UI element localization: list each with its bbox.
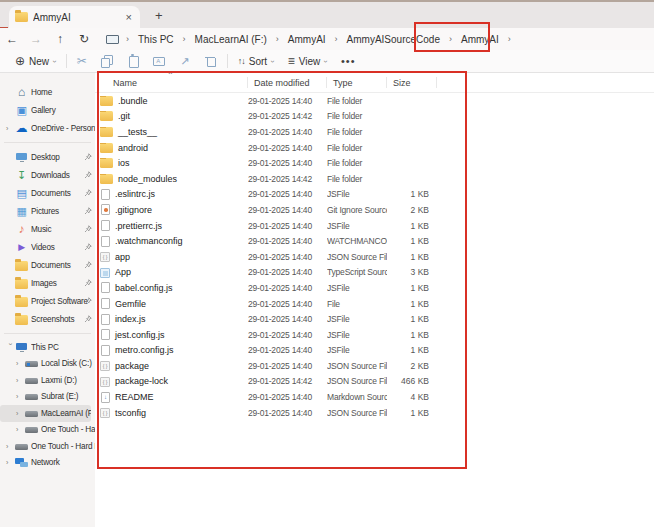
file-name-cell: package bbox=[95, 360, 248, 371]
sidebar-item[interactable]: Images bbox=[0, 274, 95, 292]
sidebar-item[interactable]: Home bbox=[0, 83, 95, 101]
copy-icon bbox=[101, 55, 113, 67]
table-row[interactable]: package 29-01-2025 14:40 JSON Source Fil… bbox=[95, 358, 654, 374]
file-type-icon bbox=[101, 189, 110, 200]
sidebar-item[interactable]: Music bbox=[0, 220, 95, 238]
share-button[interactable]: ↗ bbox=[172, 50, 198, 72]
chevron-right-icon: › bbox=[503, 34, 516, 44]
sidebar-item[interactable]: › This PC bbox=[0, 339, 95, 356]
chevron-right-icon[interactable]: › bbox=[6, 125, 15, 132]
back-button[interactable]: ← bbox=[0, 32, 24, 46]
table-row[interactable]: .git 29-01-2025 14:42 File folder bbox=[95, 109, 654, 125]
forward-button[interactable]: → bbox=[24, 32, 48, 46]
file-name-cell: .prettierrc.js bbox=[95, 220, 248, 231]
copy-button[interactable] bbox=[94, 50, 120, 72]
breadcrumb-current[interactable]: AmmyAI bbox=[457, 32, 503, 47]
file-type-cell: File bbox=[327, 299, 387, 309]
table-row[interactable]: .watchmanconfig 29-01-2025 14:40 WATCHMA… bbox=[95, 233, 654, 249]
navigation-pane: Home Gallery › OneDrive - Persona bbox=[0, 73, 95, 527]
table-row[interactable]: tsconfig 29-01-2025 14:40 JSON Source Fi… bbox=[95, 405, 654, 421]
sidebar-item[interactable]: Documents bbox=[0, 256, 95, 274]
file-type-icon bbox=[101, 298, 110, 309]
table-row[interactable]: node_modules 29-01-2025 14:42 File folde… bbox=[95, 171, 654, 187]
file-name-cell: tsconfig bbox=[95, 407, 248, 418]
close-icon[interactable]: × bbox=[124, 11, 134, 23]
chevron-expand-icon[interactable]: › bbox=[6, 443, 15, 450]
chevron-expand-icon[interactable]: › bbox=[16, 377, 25, 384]
chevron-expand-icon[interactable]: › bbox=[6, 459, 15, 466]
sidebar-item[interactable]: › One Touch - Hard I bbox=[0, 438, 95, 455]
table-row[interactable]: .eslintrc.js 29-01-2025 14:40 JSFile 1 K… bbox=[95, 187, 654, 203]
more-options-button[interactable]: ••• bbox=[334, 50, 363, 72]
table-row[interactable]: .bundle 29-01-2025 14:40 File folder bbox=[95, 93, 654, 109]
sidebar-divider bbox=[4, 333, 91, 334]
sidebar-item[interactable]: › Local Disk (C:) bbox=[0, 356, 95, 373]
file-size-cell: 1 KB bbox=[387, 252, 437, 262]
file-name-cell: app bbox=[95, 251, 248, 262]
up-button[interactable]: ↑ bbox=[48, 32, 72, 46]
table-row[interactable]: __tests__ 29-01-2025 14:40 File folder bbox=[95, 124, 654, 140]
table-row[interactable]: app 29-01-2025 14:40 JSON Source File 1 … bbox=[95, 249, 654, 265]
sidebar-item-label: Laxmi (D:) bbox=[41, 376, 95, 385]
column-header-size[interactable]: Size bbox=[387, 73, 437, 92]
chevron-expand-icon[interactable]: › bbox=[16, 410, 25, 417]
file-name: ios bbox=[118, 158, 130, 168]
file-name: .gitignore bbox=[115, 205, 152, 215]
breadcrumb-this-pc[interactable]: This PC bbox=[134, 32, 178, 47]
paste-button[interactable] bbox=[120, 50, 146, 72]
column-header-name[interactable]: Name bbox=[95, 73, 248, 92]
chevron-expand-icon[interactable]: › bbox=[7, 343, 14, 352]
sidebar-item[interactable]: Downloads bbox=[0, 166, 95, 184]
sidebar-item[interactable]: › MacLearnAI (F:) bbox=[0, 405, 91, 422]
table-row[interactable]: README 29-01-2025 14:40 Markdown Source.… bbox=[95, 389, 654, 405]
table-row[interactable]: package-lock 29-01-2025 14:42 JSON Sourc… bbox=[95, 374, 654, 390]
table-row[interactable]: .prettierrc.js 29-01-2025 14:40 JSFile 1… bbox=[95, 218, 654, 234]
sidebar-item[interactable]: › Laxmi (D:) bbox=[0, 372, 95, 389]
cut-button[interactable]: ✂ bbox=[70, 50, 94, 72]
table-row[interactable]: babel.config.js 29-01-2025 14:40 JSFile … bbox=[95, 280, 654, 296]
sidebar-item[interactable]: Pictures bbox=[0, 202, 95, 220]
rename-button[interactable] bbox=[146, 50, 172, 72]
sidebar-item[interactable]: › One Touch - Harc bbox=[0, 422, 95, 439]
new-button[interactable]: ⊕ New › bbox=[8, 50, 63, 72]
column-header-type[interactable]: Type bbox=[327, 73, 387, 92]
file-type-icon bbox=[100, 127, 113, 137]
chevron-expand-icon[interactable]: › bbox=[16, 426, 25, 433]
file-name: package bbox=[115, 361, 149, 371]
sort-button[interactable]: ↑↓ Sort › bbox=[231, 50, 281, 72]
explorer-tab[interactable]: AmmyAI × bbox=[9, 6, 140, 28]
sidebar-item[interactable]: Gallery bbox=[0, 101, 95, 119]
file-list-pane: ⌃ Name Date modified Type Size .bundle 2… bbox=[95, 73, 654, 527]
sidebar-item[interactable]: Documents bbox=[0, 184, 95, 202]
table-row[interactable]: .gitignore 29-01-2025 14:40 Git Ignore S… bbox=[95, 202, 654, 218]
table-row[interactable]: metro.config.js 29-01-2025 14:40 JSFile … bbox=[95, 343, 654, 359]
file-type-icon bbox=[101, 220, 110, 231]
view-button[interactable]: ≡ View › bbox=[281, 50, 334, 72]
new-tab-button[interactable]: + bbox=[150, 8, 168, 23]
table-row[interactable]: index.js 29-01-2025 14:40 JSFile 1 KB bbox=[95, 311, 654, 327]
column-header-date-modified[interactable]: Date modified bbox=[248, 73, 327, 92]
breadcrumb-ammyai[interactable]: AmmyAI bbox=[284, 32, 330, 47]
table-row[interactable]: ios 29-01-2025 14:40 File folder bbox=[95, 155, 654, 171]
chevron-expand-icon[interactable]: › bbox=[16, 360, 25, 367]
table-row[interactable]: jest.config.js 29-01-2025 14:40 JSFile 1… bbox=[95, 327, 654, 343]
sidebar-item[interactable]: Desktop bbox=[0, 148, 95, 166]
file-size-cell: 1 KB bbox=[387, 408, 437, 418]
table-row[interactable]: android 29-01-2025 14:40 File folder bbox=[95, 140, 654, 156]
breadcrumb-sourcecode[interactable]: AmmyAISourceCode bbox=[343, 32, 444, 47]
breadcrumb-drive[interactable]: MacLearnAI (F:) bbox=[191, 32, 271, 47]
file-name: index.js bbox=[115, 314, 146, 324]
sidebar-item[interactable]: Screenshots bbox=[0, 310, 95, 328]
chevron-expand-icon[interactable]: › bbox=[16, 393, 25, 400]
refresh-button[interactable]: ↻ bbox=[72, 32, 96, 46]
sidebar-item[interactable]: › Subrat (E:) bbox=[0, 389, 95, 406]
sidebar-item[interactable]: › OneDrive - Persona bbox=[0, 119, 95, 137]
table-row[interactable]: App 29-01-2025 14:40 TypeScript Source .… bbox=[95, 265, 654, 281]
file-name-cell: .git bbox=[95, 111, 248, 121]
table-row[interactable]: Gemfile 29-01-2025 14:40 File 1 KB bbox=[95, 296, 654, 312]
sidebar-item[interactable]: › Network bbox=[0, 455, 95, 472]
file-size-cell: 1 KB bbox=[387, 314, 437, 324]
delete-button[interactable] bbox=[198, 50, 224, 72]
sidebar-item[interactable]: Videos bbox=[0, 238, 95, 256]
sidebar-item[interactable]: Project Software bbox=[0, 292, 95, 310]
